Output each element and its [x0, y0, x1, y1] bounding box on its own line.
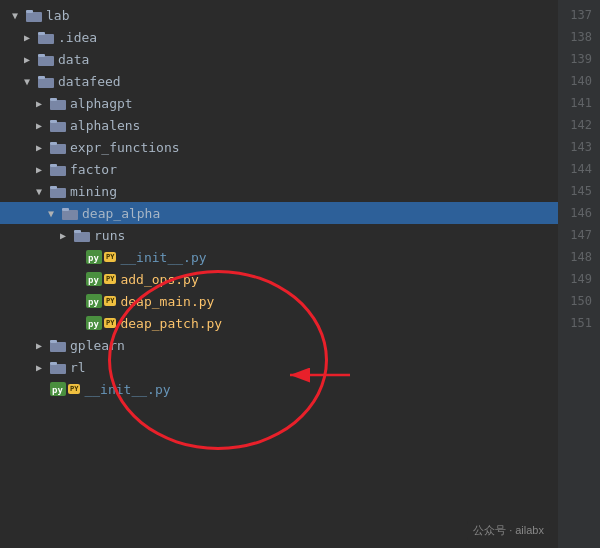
idea-label: .idea	[58, 30, 97, 45]
lab-label: lab	[46, 8, 69, 23]
py-badge-deap-patch: PY	[104, 318, 116, 328]
line-number: 137	[558, 4, 592, 26]
init-py-label: __init__.py	[120, 250, 206, 265]
folder-icon-alphagpt	[50, 97, 66, 110]
svg-rect-4	[38, 56, 54, 66]
gplearn-label: gplearn	[70, 338, 125, 353]
svg-rect-12	[50, 144, 66, 154]
line-number: 142	[558, 114, 592, 136]
tree-item-factor[interactable]: ▶ factor	[0, 158, 558, 180]
tree-item-data[interactable]: ▶ data	[0, 48, 558, 70]
line-number: 145	[558, 180, 592, 202]
svg-rect-33	[50, 362, 57, 365]
svg-rect-6	[38, 78, 54, 88]
chevron-lab: ▼	[12, 10, 26, 21]
py-badge-add-ops: PY	[104, 274, 116, 284]
line-number: 144	[558, 158, 592, 180]
svg-rect-20	[74, 232, 90, 242]
line-number: 138	[558, 26, 592, 48]
chevron-deap-alpha: ▼	[48, 208, 62, 219]
tree-item-deap-alpha[interactable]: ▼ deap_alpha	[0, 202, 558, 224]
svg-text:py: py	[52, 385, 63, 395]
file-tree: ▼ lab ▶ .idea ▶ data	[0, 0, 558, 548]
tree-item-alphalens[interactable]: ▶ alphalens	[0, 114, 558, 136]
svg-rect-1	[26, 10, 33, 13]
svg-rect-8	[50, 100, 66, 110]
folder-icon-datafeed	[38, 75, 54, 88]
chevron-runs: ▶	[60, 230, 74, 241]
line-number: 148	[558, 246, 592, 268]
root-init-py-label: __init__.py	[84, 382, 170, 397]
svg-rect-3	[38, 32, 45, 35]
tree-item-lab[interactable]: ▼ lab	[0, 4, 558, 26]
chevron-gplearn: ▶	[36, 340, 50, 351]
folder-icon-rl	[50, 361, 66, 374]
alphalens-label: alphalens	[70, 118, 140, 133]
line-number: 150	[558, 290, 592, 312]
svg-text:py: py	[88, 275, 99, 285]
line-number: 147	[558, 224, 592, 246]
tree-item-init-py[interactable]: ▶ py PY __init__.py	[0, 246, 558, 268]
folder-icon-idea	[38, 31, 54, 44]
add-ops-py-label: add_ops.py	[120, 272, 198, 287]
chevron-rl: ▶	[36, 362, 50, 373]
tree-item-rl[interactable]: ▶ rl	[0, 356, 558, 378]
chevron-idea: ▶	[24, 32, 38, 43]
svg-rect-30	[50, 342, 66, 352]
line-number: 141	[558, 92, 592, 114]
tree-item-gplearn[interactable]: ▶ gplearn	[0, 334, 558, 356]
tree-item-runs[interactable]: ▶ runs	[0, 224, 558, 246]
folder-icon-deap-alpha	[62, 207, 78, 220]
svg-rect-16	[50, 188, 66, 198]
svg-rect-2	[38, 34, 54, 44]
data-label: data	[58, 52, 89, 67]
line-number: 149	[558, 268, 592, 290]
folder-icon-expr-functions	[50, 141, 66, 154]
deap-main-py-label: deap_main.py	[120, 294, 214, 309]
py-badge-root-init: PY	[68, 384, 80, 394]
svg-rect-5	[38, 54, 45, 57]
folder-icon-mining	[50, 185, 66, 198]
tree-item-deap-main-py[interactable]: ▶ py PY deap_main.py	[0, 290, 558, 312]
tree-item-alphagpt[interactable]: ▶ alphagpt	[0, 92, 558, 114]
tree-item-deap-patch-py[interactable]: ▶ py PY deap_patch.py	[0, 312, 558, 334]
chevron-expr-functions: ▶	[36, 142, 50, 153]
py-file-icon-deap-main: py PY	[86, 294, 116, 308]
chevron-datafeed: ▼	[24, 76, 38, 87]
py-badge-deap-main: PY	[104, 296, 116, 306]
rl-label: rl	[70, 360, 86, 375]
tree-item-root-init-py[interactable]: ▶ py PY __init__.py	[0, 378, 558, 400]
line-number: 151	[558, 312, 592, 334]
svg-rect-18	[62, 210, 78, 220]
tree-item-idea[interactable]: ▶ .idea	[0, 26, 558, 48]
svg-text:py: py	[88, 297, 99, 307]
tree-item-expr-functions[interactable]: ▶ expr_functions	[0, 136, 558, 158]
svg-rect-7	[38, 76, 45, 79]
chevron-alphagpt: ▶	[36, 98, 50, 109]
chevron-mining: ▼	[36, 186, 50, 197]
deap-patch-py-label: deap_patch.py	[120, 316, 222, 331]
line-number: 140	[558, 70, 592, 92]
py-file-icon-init: py PY	[86, 250, 116, 264]
line-number: 146	[558, 202, 592, 224]
chevron-alphalens: ▶	[36, 120, 50, 131]
tree-item-datafeed[interactable]: ▼ datafeed	[0, 70, 558, 92]
line-number: 139	[558, 48, 592, 70]
mining-label: mining	[70, 184, 117, 199]
expr-functions-label: expr_functions	[70, 140, 180, 155]
svg-rect-9	[50, 98, 57, 101]
tree-item-add-ops-py[interactable]: ▶ py PY add_ops.py	[0, 268, 558, 290]
py-file-icon-root-init: py PY	[50, 382, 80, 396]
svg-rect-0	[26, 12, 42, 22]
folder-icon-factor	[50, 163, 66, 176]
svg-rect-14	[50, 166, 66, 176]
tree-item-mining[interactable]: ▼ mining	[0, 180, 558, 202]
folder-icon-gplearn	[50, 339, 66, 352]
chevron-data: ▶	[24, 54, 38, 65]
py-badge-init: PY	[104, 252, 116, 262]
svg-rect-19	[62, 208, 69, 211]
folder-icon-runs	[74, 229, 90, 242]
svg-text:py: py	[88, 253, 99, 263]
svg-rect-10	[50, 122, 66, 132]
folder-icon-alphalens	[50, 119, 66, 132]
